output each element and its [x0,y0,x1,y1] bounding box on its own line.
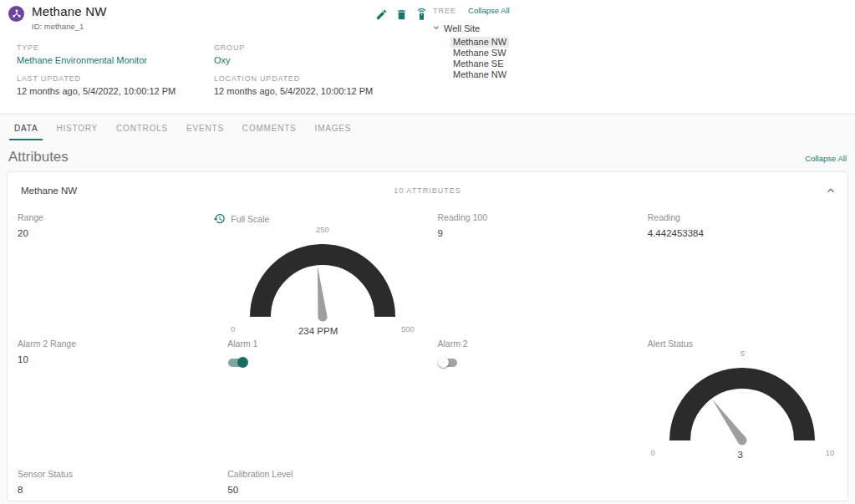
gauge-max-tick: 10 [826,448,835,457]
tree-item-methane-se[interactable]: Methane SE [450,59,506,69]
field-last-updated-value: 12 months ago, 5/4/2022, 10:00:12 PM [17,86,176,96]
attr-alarm-1: Alarm 1 [217,335,427,461]
toggle-knob [237,357,248,368]
attr-range-label: Range [18,212,207,222]
tab-comments[interactable]: COMMENTS [237,115,302,140]
attr-reading-100-label: Reading 100 [438,212,628,222]
field-last-updated: LAST UPDATED 12 months ago, 5/4/2022, 10… [17,74,176,96]
entity-avatar [8,6,24,22]
field-last-updated-label: LAST UPDATED [17,74,176,83]
attr-full-scale: Full Scale 250 0 234 PPM 500 [217,209,427,335]
attr-sensor-status-label: Sensor Status [18,469,207,479]
tab-data[interactable]: DATA [9,115,43,140]
field-location-updated-label: LOCATION UPDATED [214,74,373,83]
tree-root-label: Well Site [444,23,480,33]
gauge-value-label: 3 [738,450,743,460]
gauge-min-tick: 0 [650,448,654,457]
gauge-value-label: 234 PPM [298,326,338,336]
attr-calibration-level-value: 50 [227,485,417,495]
collapse-card-button[interactable] [824,184,837,197]
chevron-down-icon [431,21,441,36]
full-scale-gauge: 250 0 234 PPM 500 [231,225,415,334]
page-title: Methane NW [32,4,107,18]
attributes-header: Attributes Collapse All [8,149,847,165]
alarm-1-toggle[interactable] [227,357,248,368]
remote-config-icon [415,11,428,23]
empty-cell [638,461,847,501]
gauge-needle [709,396,749,446]
attributes-collapse-all-link[interactable]: Collapse All [805,154,847,163]
tree-item-methane-nw[interactable]: Methane NW [450,37,509,48]
field-group-value[interactable]: Oxy [214,55,245,65]
attr-sensor-status: Sensor Status 8 [8,461,217,501]
field-group: GROUP Oxy [214,43,245,65]
attr-alert-status-label: Alert Status [648,339,837,349]
attributes-card: Methane NW 10 ATTRIBUTES Range 20 Full S… [7,171,848,501]
field-type-value[interactable]: Methane Environmental Monitor [17,55,147,65]
attributes-heading: Attributes [8,149,69,165]
attr-alarm-2-range-label: Alarm 2 Range [18,339,207,349]
field-type: TYPE Methane Environmental Monitor [17,43,147,65]
delete-button[interactable] [395,8,408,21]
history-icon [213,215,226,227]
field-type-label: TYPE [17,43,147,52]
tab-history[interactable]: HISTORY [51,115,103,140]
attr-full-scale-label: Full Scale [231,214,269,224]
attr-alarm-2-range-value: 10 [18,354,207,364]
tab-images[interactable]: IMAGES [310,115,357,140]
tree-collapse-all-link[interactable]: Collapse All [468,6,510,15]
tree-item-methane-sw[interactable]: Methane SW [450,48,509,59]
delete-icon [395,11,408,23]
gauge-needle [313,266,328,322]
attr-alarm-2: Alarm 2 [428,335,638,461]
alert-status-gauge: 5 0 3 10 [650,349,834,458]
tree-items: Methane NW Methane SW Methane SE Methane… [450,37,510,80]
device-hub-icon [12,7,22,22]
attributes-card-header: Methane NW 10 ATTRIBUTES [8,172,847,209]
attr-reading-value: 4.442453384 [648,228,837,238]
entity-actions [375,8,428,21]
chevron-up-icon [824,187,837,200]
attr-reading-label: Reading [648,212,837,222]
gauge-arc [680,379,805,441]
tree-item-methane-nw-2[interactable]: Methane NW [450,69,509,80]
toggle-knob [438,357,449,368]
field-location-updated: LOCATION UPDATED 12 months ago, 5/4/2022… [214,74,373,96]
tree-panel: TREE Collapse All Well Site Methane NW M… [433,6,510,80]
tab-controls[interactable]: CONTROLS [111,115,173,140]
tree-root-well-site[interactable]: Well Site [431,21,510,36]
edit-icon [375,11,388,23]
gauge-max-tick: 500 [401,324,415,333]
gauge-mid-tick: 5 [650,349,834,359]
attr-alert-status: Alert Status 5 0 3 10 [638,335,847,461]
attr-reading-100: Reading 100 9 [428,209,638,335]
tab-events[interactable]: EVENTS [181,115,229,140]
entity-header: Methane NW ID: methane_1 TREE Collapse A… [0,0,855,115]
attr-alarm-2-range: Alarm 2 Range 10 [8,335,217,461]
history-button[interactable] [213,212,226,225]
tab-bar: DATA HISTORY CONTROLS EVENTS COMMENTS IM… [0,115,855,140]
attr-range-value: 20 [18,228,207,238]
tree-panel-label: TREE [433,7,456,15]
attr-alarm-2-label: Alarm 2 [438,339,628,349]
gauge-mid-tick: 250 [231,225,415,236]
attributes-count-badge: 10 ATTRIBUTES [8,186,847,195]
attr-reading-100-value: 9 [438,228,628,238]
edit-button[interactable] [375,8,388,21]
attr-alarm-1-label: Alarm 1 [227,339,417,349]
remote-config-button[interactable] [415,8,428,21]
attr-reading: Reading 4.442453384 [638,209,847,335]
attr-range: Range 20 [8,209,217,335]
alarm-2-toggle[interactable] [438,357,459,368]
attr-sensor-status-value: 8 [18,485,207,495]
entity-id: ID: methane_1 [32,22,84,31]
attr-calibration-level: Calibration Level 50 [217,461,427,501]
empty-cell [428,461,638,501]
field-group-label: GROUP [214,43,245,52]
gauge-min-tick: 0 [231,324,235,333]
attr-calibration-level-label: Calibration Level [227,469,417,479]
field-location-updated-value: 12 months ago, 5/4/2022, 10:00:12 PM [214,86,373,96]
attributes-grid: Range 20 Full Scale 250 [8,209,847,501]
